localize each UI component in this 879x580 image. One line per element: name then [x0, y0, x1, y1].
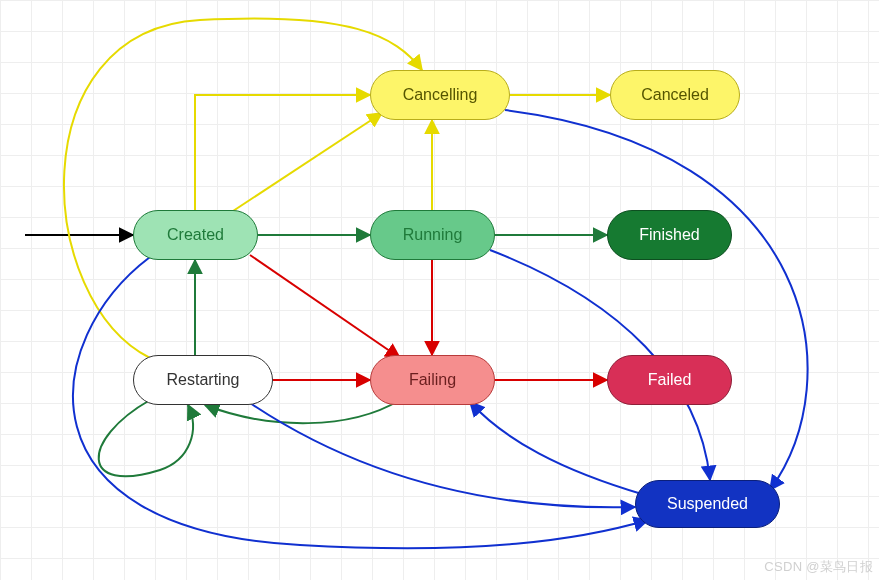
- diagram-canvas: Created Running Finished Cancelling Canc…: [0, 0, 879, 580]
- state-label: Finished: [639, 226, 699, 244]
- state-cancelling: Cancelling: [370, 70, 510, 120]
- state-label: Suspended: [667, 495, 748, 513]
- state-finished: Finished: [607, 210, 732, 260]
- state-failing: Failing: [370, 355, 495, 405]
- state-failed: Failed: [607, 355, 732, 405]
- state-running: Running: [370, 210, 495, 260]
- state-label: Canceled: [641, 86, 709, 104]
- state-canceled: Canceled: [610, 70, 740, 120]
- state-label: Restarting: [167, 371, 240, 389]
- state-label: Failed: [648, 371, 692, 389]
- state-label: Running: [403, 226, 463, 244]
- state-suspended: Suspended: [635, 480, 780, 528]
- state-label: Failing: [409, 371, 456, 389]
- state-created: Created: [133, 210, 258, 260]
- state-restarting: Restarting: [133, 355, 273, 405]
- state-label: Cancelling: [403, 86, 478, 104]
- state-label: Created: [167, 226, 224, 244]
- watermark: CSDN @菜鸟日报: [764, 558, 873, 576]
